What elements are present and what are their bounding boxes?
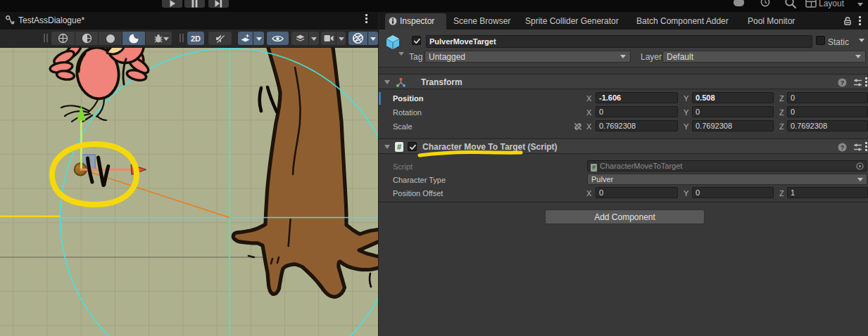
svg-text:?: ? xyxy=(841,144,845,151)
svg-text:?: ? xyxy=(841,79,845,86)
